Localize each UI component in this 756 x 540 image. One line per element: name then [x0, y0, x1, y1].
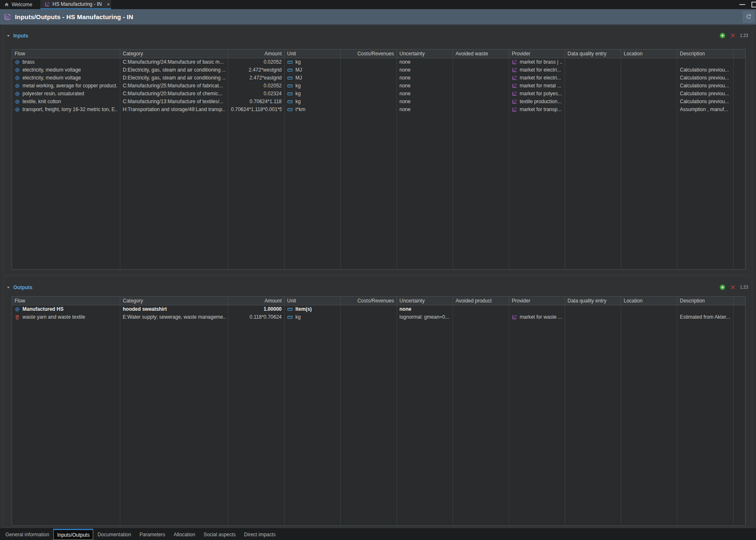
column-header-description[interactable]: Description — [677, 50, 734, 58]
category-label: D:Electricity, gas, steam and air condit… — [123, 74, 226, 82]
tab-welcome[interactable]: Welcome — [0, 0, 37, 9]
unit-icon — [287, 75, 293, 81]
uncertainty-value: none — [399, 66, 411, 74]
provider-cell: market for brass | ... — [509, 58, 565, 66]
costs-cell — [341, 313, 397, 321]
column-header-category[interactable]: Category — [120, 297, 228, 305]
flow-cell: transport, freight, lorry 16-32 metric t… — [12, 106, 120, 114]
spacer-cell — [734, 82, 745, 90]
category-label: C:Manufacturing/20:Manufacture of chemic… — [123, 90, 222, 98]
uncertainty-value: lognormal: gmean=0... — [399, 313, 449, 321]
location-cell — [621, 313, 677, 321]
location-cell — [621, 98, 677, 106]
table-row[interactable]: transport, freight, lorry 16-32 metric t… — [12, 106, 745, 114]
table-row[interactable]: polyester resin, unsaturated C:Manufactu… — [12, 90, 745, 98]
add-row-button[interactable] — [719, 32, 726, 39]
flow-icon — [15, 83, 20, 89]
description-cell — [677, 305, 734, 313]
window-maximize-button[interactable] — [751, 2, 756, 7]
column-header-unit[interactable]: Unit — [285, 50, 341, 58]
category-label: C:Manufacturing/25:Manufacture of fabric… — [123, 82, 223, 90]
column-header-amount[interactable]: Amount — [228, 50, 285, 58]
flow-cell: textile, knit cotton — [12, 98, 120, 106]
unit-icon — [287, 59, 293, 65]
remove-row-button[interactable] — [730, 32, 736, 39]
add-row-button[interactable] — [719, 284, 726, 290]
column-header-flow[interactable]: Flow — [12, 50, 120, 58]
column-header-provider[interactable]: Provider — [509, 50, 565, 58]
spacer-cell — [734, 66, 745, 74]
uncertainty-cell: none — [397, 82, 453, 90]
description-label: Calculations previou... — [680, 82, 729, 90]
amount-value: 0.02052 — [264, 58, 282, 66]
category-cell: C:Manufacturing/13:Manufacture of textil… — [120, 98, 228, 106]
tab-hs-manufacturing[interactable]: HS Manufacturing - IN — [40, 0, 111, 9]
tab-allocation[interactable]: Allocation — [169, 529, 199, 540]
tab-social-aspects[interactable]: Social aspects — [199, 529, 240, 540]
uncertainty-cell: none — [397, 90, 453, 98]
window-minimize-button[interactable] — [739, 4, 745, 5]
column-header-avoided-product[interactable]: Avoided product — [453, 297, 509, 305]
column-header-dq[interactable]: Data quality entry — [565, 50, 621, 58]
column-header-costs[interactable]: Costs/Revenues — [341, 50, 397, 58]
outputs-section-toggle[interactable]: Outputs — [6, 284, 32, 291]
tab-direct-impacts[interactable]: Direct impacts — [240, 529, 280, 540]
unit-icon — [287, 315, 293, 320]
amount-cell: 2.472*westgrid — [228, 66, 285, 74]
uncertainty-value: none — [399, 58, 411, 66]
column-header-uncertainty[interactable]: Uncertainty — [397, 50, 453, 58]
provider-label: market for electri... — [520, 74, 561, 82]
number-format-button[interactable]: 1.23 — [740, 33, 748, 38]
column-header-costs[interactable]: Costs/Revenues — [341, 297, 397, 305]
unit-icon — [287, 107, 293, 112]
category-cell: H:Transportation and storage/49:Land tra… — [120, 106, 228, 114]
unit-icon — [287, 99, 293, 104]
tab-general-information[interactable]: General information — [1, 529, 53, 540]
column-header-location[interactable]: Location — [621, 50, 677, 58]
table-row[interactable]: brass C:Manufacturing/24:Manufacture of … — [12, 58, 745, 66]
column-header-spacer — [734, 50, 745, 58]
avoided-cell — [453, 74, 509, 82]
provider-cell: market for electri... — [509, 66, 565, 74]
column-header-dq[interactable]: Data quality entry — [565, 297, 621, 305]
column-header-description[interactable]: Description — [677, 297, 734, 305]
category-label: E:Water supply; sewerage, waste manageme… — [123, 313, 226, 321]
column-header-flow[interactable]: Flow — [12, 297, 120, 305]
close-icon[interactable] — [106, 2, 111, 7]
avoided-cell — [453, 305, 509, 313]
table-row[interactable]: metal working, average for copper produc… — [12, 82, 745, 90]
outputs-table-header: Flow Category Amount Unit Costs/Revenues… — [12, 297, 745, 305]
tab-inputs-outputs[interactable]: Inputs/Outputs — [53, 529, 93, 540]
category-label: H:Transportation and storage/49:Land tra… — [123, 106, 226, 114]
tab-documentation[interactable]: Documentation — [93, 529, 135, 540]
unit-label: MJ — [295, 66, 302, 74]
column-header-location[interactable]: Location — [621, 297, 677, 305]
tab-parameters[interactable]: Parameters — [135, 529, 169, 540]
table-row[interactable]: waste yarn and waste textile E:Water sup… — [12, 313, 745, 321]
table-row[interactable]: Manufactured HS hooded sweatshirt 1.0000… — [12, 305, 745, 313]
column-header-uncertainty[interactable]: Uncertainty — [397, 297, 453, 305]
table-row[interactable]: textile, knit cotton C:Manufacturing/13:… — [12, 98, 745, 106]
description-cell: Calculations previou... — [677, 90, 734, 98]
table-row[interactable]: electricity, medium voltage D:Electricit… — [12, 66, 745, 74]
refresh-button[interactable] — [743, 11, 755, 23]
outputs-table: Flow Category Amount Unit Costs/Revenues… — [12, 296, 746, 526]
flow-icon — [15, 91, 20, 97]
uncertainty-cell: none — [397, 106, 453, 114]
category-cell: C:Manufacturing/24:Manufacture of basic … — [120, 58, 228, 66]
flow-label: transport, freight, lorry 16-32 metric t… — [22, 106, 117, 114]
unit-cell: kg — [285, 98, 341, 106]
number-format-button[interactable]: 1.23 — [740, 285, 748, 290]
amount-cell: 1.00000 — [228, 305, 285, 313]
inputs-section-toggle[interactable]: Inputs — [6, 32, 28, 40]
column-header-provider[interactable]: Provider — [509, 297, 565, 305]
remove-row-button[interactable] — [730, 284, 736, 290]
column-header-category[interactable]: Category — [120, 50, 228, 58]
unit-cell: kg — [285, 82, 341, 90]
description-cell: Estimated from Akter... — [677, 313, 734, 321]
column-header-unit[interactable]: Unit — [285, 297, 341, 305]
table-row[interactable]: electricity, medium voltage D:Electricit… — [12, 74, 745, 82]
column-header-avoided[interactable]: Avoided waste — [453, 50, 509, 58]
column-header-amount[interactable]: Amount — [228, 297, 285, 305]
column-header-spacer — [734, 297, 745, 305]
